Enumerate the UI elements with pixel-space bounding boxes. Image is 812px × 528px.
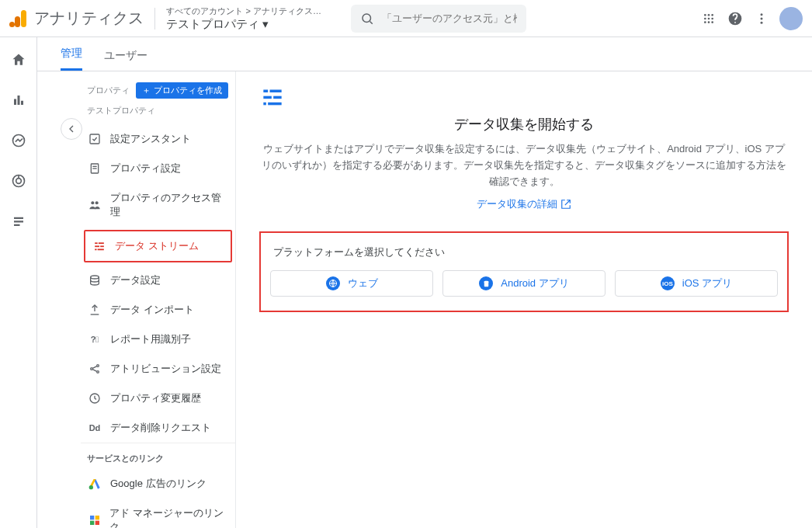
hero-description: ウェブサイトまたはアプリでデータ収集を設定するには、データ収集先（ウェブサイト、… [259, 141, 789, 189]
configure-icon[interactable] [5, 208, 32, 234]
help-icon[interactable] [722, 5, 748, 32]
search-icon [360, 12, 374, 26]
main-area: 管理 ユーザー プロパティ ＋ プロパティを作成 テストプロパティ 設定アシスタ… [0, 37, 812, 528]
svg-point-11 [761, 13, 763, 16]
analytics-logo-icon [9, 10, 26, 27]
platform-ios-label: iOS アプリ [682, 276, 732, 290]
svg-rect-34 [95, 249, 96, 251]
sidebar-link-ad-manager[interactable]: アド マネージャーのリンク [81, 498, 235, 528]
svg-rect-16 [21, 101, 23, 105]
android-icon [479, 276, 493, 290]
page-icon [87, 162, 102, 175]
explore-icon[interactable] [5, 127, 32, 154]
svg-point-6 [708, 17, 710, 19]
hero-learn-more-link[interactable]: データ収集の詳細 [477, 197, 571, 211]
sidebar-item-attribution[interactable]: アトリビューション設定 [81, 354, 235, 384]
sidebar-item-label: プロパティ変更履歴 [110, 391, 201, 405]
sidebar-item-label: データ設定 [110, 273, 161, 287]
search-box[interactable] [351, 5, 526, 33]
ios-icon: iOS [661, 276, 675, 290]
app-title: アナリティクス [34, 8, 144, 29]
highlight-data-streams: データ ストリーム [84, 230, 232, 262]
more-vert-icon[interactable] [748, 5, 775, 32]
sidebar-item-setup-assistant[interactable]: 設定アシスタント [81, 124, 235, 154]
web-icon [326, 276, 340, 290]
hero-link-label: データ収集の詳細 [477, 197, 557, 211]
database-icon [87, 274, 102, 287]
tab-admin[interactable]: 管理 [61, 47, 82, 71]
sidebar-item-data-import[interactable]: データ インポート [81, 295, 235, 325]
svg-rect-53 [270, 90, 282, 93]
admin-tabs: 管理 ユーザー [37, 37, 812, 71]
property-switcher[interactable]: すべてのアカウント > アナリティクスアカウ... テストプロパティ ▾ [166, 5, 329, 32]
sidebar-item-data-streams[interactable]: データ ストリーム [85, 231, 231, 261]
tab-user[interactable]: ユーザー [104, 49, 147, 71]
svg-point-39 [97, 371, 99, 373]
dd-icon: Dd [87, 423, 102, 432]
apps-grid-icon[interactable] [696, 5, 722, 32]
back-button[interactable] [61, 118, 82, 140]
platform-heading: プラットフォームを選択してください [273, 245, 778, 259]
svg-point-37 [91, 368, 93, 370]
sidebar-item-label: Google 広告のリンク [110, 477, 206, 491]
caret-down-icon: ▾ [262, 17, 269, 31]
sidebar-item-label: プロパティ設定 [110, 162, 181, 175]
svg-line-41 [92, 370, 96, 372]
sidebar-item-reporting-identity[interactable]: ?⃝レポート用識別子 [81, 325, 235, 354]
stream-icon [92, 241, 107, 252]
plus-icon: ＋ [142, 85, 151, 96]
content: 管理 ユーザー プロパティ ＋ プロパティを作成 テストプロパティ 設定アシスタ… [37, 37, 812, 528]
sidebar-item-label: データ削除リクエスト [110, 421, 211, 435]
property-name: テストプロパティ [166, 17, 259, 32]
history-icon [87, 392, 102, 405]
svg-rect-30 [95, 242, 98, 244]
svg-rect-24 [90, 134, 99, 144]
svg-point-10 [711, 21, 713, 23]
platform-select-box: プラットフォームを選択してください ウェブ Android アプリ iOS [259, 231, 789, 312]
svg-point-36 [91, 276, 99, 279]
svg-rect-57 [268, 102, 282, 106]
sidebar-item-label: データ インポート [110, 303, 194, 317]
create-property-button[interactable]: ＋ プロパティを作成 [136, 82, 228, 99]
admin-body: プロパティ ＋ プロパティを作成 テストプロパティ 設定アシスタント プロパティ… [37, 71, 812, 528]
app-header: アナリティクス すべてのアカウント > アナリティクスアカウ... テストプロパ… [0, 0, 812, 37]
svg-point-5 [704, 17, 706, 19]
home-icon[interactable] [5, 47, 32, 73]
reports-icon[interactable] [5, 87, 32, 113]
svg-point-9 [708, 21, 710, 23]
platform-ios-button[interactable]: iOS iOS アプリ [615, 270, 778, 297]
sidebar-item-access-mgmt[interactable]: プロパティのアクセス管理 [81, 183, 235, 227]
platform-web-label: ウェブ [348, 276, 378, 290]
advertising-icon[interactable] [5, 168, 32, 194]
svg-point-7 [711, 17, 713, 19]
platform-buttons: ウェブ Android アプリ iOS iOS アプリ [270, 270, 778, 297]
open-external-icon [560, 199, 571, 210]
svg-rect-54 [263, 96, 272, 99]
svg-point-29 [95, 201, 98, 204]
ad-manager-icon [87, 514, 102, 526]
platform-android-button[interactable]: Android アプリ [442, 270, 606, 297]
svg-rect-32 [95, 245, 99, 247]
svg-point-12 [761, 17, 763, 19]
user-avatar[interactable] [779, 7, 803, 30]
svg-point-3 [708, 14, 710, 16]
sidebar-item-property-settings[interactable]: プロパティ設定 [81, 154, 235, 183]
search-input[interactable] [382, 12, 517, 24]
check-square-icon [87, 133, 102, 145]
sidebar-header: プロパティ ＋ プロパティを作成 [81, 78, 235, 103]
svg-rect-48 [95, 521, 99, 525]
sidebar-item-label: プロパティのアクセス管理 [110, 191, 229, 219]
svg-rect-33 [100, 245, 104, 247]
svg-rect-45 [90, 516, 94, 519]
sidebar-item-change-history[interactable]: プロパティ変更履歴 [81, 384, 235, 413]
people-icon [87, 199, 102, 211]
platform-web-button[interactable]: ウェブ [270, 270, 433, 297]
sidebar-link-google-ads[interactable]: Google 広告のリンク [81, 469, 235, 498]
svg-rect-21 [14, 217, 23, 219]
svg-point-8 [704, 21, 706, 23]
sidebar-item-data-settings[interactable]: データ設定 [81, 266, 235, 295]
sidebar-item-data-deletion[interactable]: Ddデータ削除リクエスト [81, 413, 235, 443]
svg-rect-35 [98, 249, 104, 251]
separator [154, 8, 155, 30]
svg-point-44 [89, 485, 93, 489]
